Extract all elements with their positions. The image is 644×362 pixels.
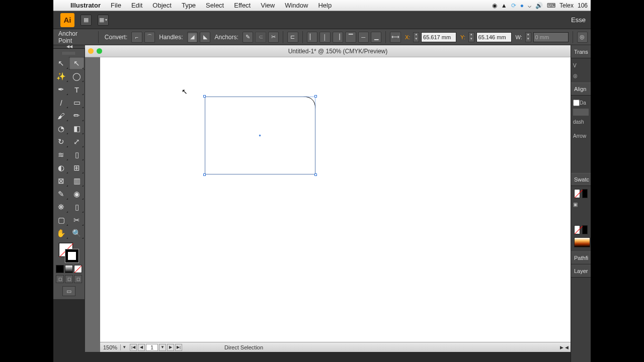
slice-tool[interactable]: ✂ <box>69 214 85 227</box>
input-source-icon[interactable]: ⌨ <box>547 2 555 9</box>
tools-collapse-button[interactable]: ◀◀ <box>53 45 85 49</box>
width-tool[interactable]: ≋ <box>53 148 69 161</box>
type-tool[interactable]: T <box>69 83 85 96</box>
valign-middle-button[interactable]: ─ <box>358 32 369 43</box>
scale-tool[interactable]: ⤢ <box>69 135 85 148</box>
convert-smooth-button[interactable]: ⌒ <box>144 32 155 43</box>
artboard-tool[interactable]: ▢ <box>53 214 69 227</box>
selection-handle[interactable] <box>203 95 206 98</box>
zoom-tool[interactable]: 🔍 <box>69 227 85 240</box>
draw-inside-button[interactable]: ◻ <box>74 275 82 283</box>
cube-icon[interactable]: ▣ <box>573 199 589 209</box>
swatches-panel-tab[interactable]: Swatc <box>571 173 591 186</box>
remove-anchor-button[interactable]: ✎ <box>243 32 253 43</box>
pathfinder-panel-tab[interactable]: Pathfi <box>571 251 591 264</box>
rectangle-shape[interactable] <box>205 97 315 174</box>
y-input[interactable] <box>476 32 512 42</box>
align-left-button[interactable]: ⊏ <box>287 32 298 43</box>
menu-effect[interactable]: Effect <box>229 2 256 9</box>
show-handles-button[interactable]: ◢ <box>187 32 198 43</box>
bluetooth-icon[interactable]: ● <box>520 2 524 9</box>
panel-fill-swatch-icon[interactable] <box>574 189 580 198</box>
menu-window[interactable]: Window <box>280 2 313 9</box>
workspace-switcher[interactable]: Esse <box>566 13 591 27</box>
halign-left-button[interactable]: ▏ <box>307 32 317 43</box>
free-transform-tool[interactable]: ▯ <box>69 148 85 161</box>
scroll-left-button[interactable]: ▶ ◀ <box>560 345 571 350</box>
zoom-level[interactable]: 150% <box>100 344 121 350</box>
prev-artboard-button[interactable]: ◀ <box>138 344 145 351</box>
dashed-checkbox[interactable] <box>573 100 580 106</box>
y-stepper[interactable]: ▲▼ <box>468 32 474 42</box>
valign-bottom-button[interactable]: ▁ <box>371 32 381 43</box>
cut-path-button[interactable]: ✂ <box>268 32 279 43</box>
selection-handle[interactable] <box>314 95 317 98</box>
paintbrush-tool[interactable]: 🖌 <box>53 109 69 122</box>
bridge-button[interactable]: ▦ <box>80 15 92 26</box>
selection-tool[interactable]: ↖ <box>53 57 69 70</box>
lasso-tool[interactable]: ◯ <box>69 70 85 83</box>
selection-handle[interactable] <box>203 173 206 176</box>
perspective-grid-tool[interactable]: ⊞ <box>69 161 85 174</box>
last-artboard-button[interactable]: ▶| <box>175 344 182 351</box>
zoom-dropdown-icon[interactable]: ▼ <box>121 345 128 349</box>
x-stepper[interactable]: ▲▼ <box>413 32 419 42</box>
volume-icon[interactable]: 🔊 <box>535 2 543 9</box>
menu-file[interactable]: File <box>106 2 126 9</box>
tools-grip[interactable] <box>62 52 75 55</box>
dash-input[interactable] <box>573 109 589 116</box>
connect-points-button[interactable]: ⊂ <box>255 32 266 43</box>
selection-handle[interactable] <box>314 173 317 176</box>
align-panel-tab[interactable]: Align <box>571 82 591 96</box>
menu-view[interactable]: View <box>256 2 280 9</box>
mesh-tool[interactable]: ⊠ <box>53 174 69 188</box>
transform-panel-tab[interactable]: Trans <box>571 45 591 58</box>
hide-handles-button[interactable]: ◣ <box>200 32 210 43</box>
none-mode-button[interactable] <box>74 265 82 273</box>
panel-stroke-swatch-icon[interactable] <box>582 189 588 198</box>
menu-edit[interactable]: Edit <box>126 2 147 9</box>
layers-panel-tab[interactable]: Layer <box>571 264 591 278</box>
convert-corner-button[interactable]: ⌐ <box>131 32 142 43</box>
column-graph-tool[interactable]: ▯ <box>69 201 85 214</box>
drive-icon[interactable]: ▲ <box>501 2 507 9</box>
halign-right-button[interactable]: ▕ <box>333 32 343 43</box>
record-icon[interactable]: ◉ <box>492 2 497 9</box>
x-input[interactable] <box>421 32 456 42</box>
first-artboard-button[interactable]: |◀ <box>130 344 137 351</box>
next-artboard-button[interactable]: ▶ <box>167 344 174 351</box>
eyedropper-tool[interactable]: ✎ <box>53 188 69 201</box>
halign-center-button[interactable]: │ <box>319 32 330 43</box>
minimize-window-button[interactable] <box>88 48 94 54</box>
draw-behind-button[interactable]: ◻ <box>65 275 73 283</box>
w-stepper[interactable]: ▲▼ <box>525 32 531 42</box>
arrange-documents-button[interactable]: ▦ <box>98 15 109 26</box>
wifi-icon[interactable]: ⌵ <box>528 2 531 9</box>
symbol-sprayer-tool[interactable]: ❋ <box>53 201 69 214</box>
stroke-swatch-icon[interactable] <box>65 249 79 263</box>
pencil-tool[interactable]: ✏ <box>69 109 85 122</box>
valign-top-button[interactable]: ▔ <box>345 32 356 43</box>
artboard-dropdown-button[interactable]: ▼ <box>159 344 166 351</box>
gradient-mode-button[interactable] <box>65 265 73 273</box>
gradient-tool[interactable]: ▥ <box>69 174 85 188</box>
eraser-tool[interactable]: ◧ <box>69 122 85 135</box>
magic-wand-tool[interactable]: ✨ <box>53 70 69 83</box>
blend-tool[interactable]: ◉ <box>69 188 85 201</box>
draw-normal-button[interactable]: ◻ <box>56 275 64 283</box>
fill-stroke-swatch[interactable] <box>58 243 80 263</box>
artboard-number[interactable]: 1 <box>146 344 158 351</box>
isolate-button[interactable]: ◎ <box>577 32 588 43</box>
color-mode-button[interactable] <box>56 265 64 273</box>
sync-icon[interactable]: ⟳ <box>511 2 516 9</box>
canvas[interactable]: ↖ 150% ▼ |◀ ◀ 1 ▼ ▶ ▶| Direct Selection … <box>85 57 571 352</box>
app-name[interactable]: Illustrator <box>65 2 106 9</box>
rectangle-tool[interactable]: ▭ <box>69 96 85 109</box>
pen-tool[interactable]: ✒ <box>53 83 69 96</box>
hand-tool[interactable]: ✋ <box>53 227 69 240</box>
swatch-black-icon[interactable] <box>582 225 588 234</box>
zoom-window-button[interactable] <box>97 48 102 54</box>
line-tool[interactable]: / <box>53 96 69 109</box>
menu-type[interactable]: Type <box>177 2 201 9</box>
input-source-label[interactable]: Telex <box>559 2 574 9</box>
